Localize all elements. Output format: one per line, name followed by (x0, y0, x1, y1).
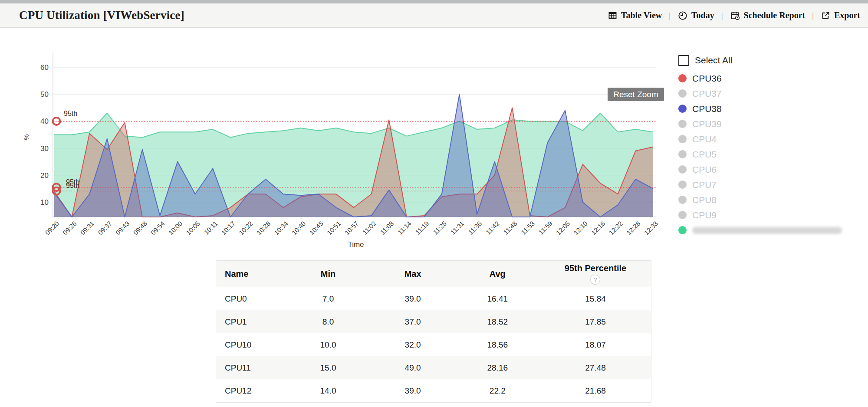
x-tick-label: 11:25 (431, 220, 448, 236)
x-tick-label: 10:28 (255, 220, 272, 236)
legend-item-cpu7[interactable]: CPU7 (678, 177, 861, 192)
chart-legend: Select All CPU36CPU37CPU38CPU39CPU4CPU5C… (678, 54, 861, 238)
reset-zoom-button[interactable]: Reset Zoom (608, 88, 664, 101)
today-button[interactable]: Today (677, 10, 714, 21)
schedule-report-label: Schedule Report (744, 10, 806, 20)
legend-item-label: CPU39 (692, 119, 722, 129)
x-tick-label: 11:08 (379, 220, 395, 236)
legend-item-cpu38[interactable]: CPU38 (678, 101, 861, 116)
x-tick-label: 10:45 (308, 220, 325, 236)
x-tick-label: 11:31 (449, 220, 466, 236)
legend-item-label: CPU9 (692, 210, 717, 220)
x-tick-label: 09:54 (149, 220, 166, 236)
legend-item-cpu6[interactable]: CPU6 (678, 162, 861, 177)
legend-item-cpu36[interactable]: CPU36 (678, 71, 861, 86)
legend-item-cpu8[interactable]: CPU8 (678, 192, 861, 207)
table-cell: CPU12 (216, 379, 286, 403)
export-label: Export (834, 10, 860, 20)
x-tick-label: 09:37 (96, 220, 113, 236)
percentile-help-icon[interactable]: ? (590, 275, 600, 285)
export-button[interactable]: Export (821, 10, 860, 20)
legend-item-blurred-host[interactable] (678, 223, 861, 238)
select-all-label: Select All (695, 55, 732, 66)
schedule-report-button[interactable]: Schedule Report (730, 10, 806, 21)
table-cell: 27.48 (540, 356, 651, 379)
table-cell: 10.0 (286, 333, 371, 356)
table-row-cpu0: CPU07.039.016.4115.84 (216, 287, 651, 311)
x-tick-label: 10:22 (237, 220, 254, 236)
legend-item-cpu5[interactable]: CPU5 (678, 147, 861, 162)
legend-item-cpu4[interactable]: CPU4 (678, 131, 861, 147)
table-cell: 37.0 (371, 310, 455, 333)
x-tick-label: 11:36 (467, 220, 483, 236)
table-cell: 15.84 (540, 287, 651, 311)
x-tick-label: 10:51 (326, 220, 342, 236)
table-cell: 32.0 (371, 333, 455, 356)
legend-item-label: CPU37 (692, 89, 722, 99)
percentile-label: 95th (66, 182, 79, 189)
table-cell: 49.0 (371, 356, 455, 379)
calendar-clock-icon (730, 10, 740, 21)
x-tick-label: 11:19 (414, 220, 431, 236)
column-header-95th-percentile: 95th Percentile? (540, 261, 651, 287)
x-tick-label: 11:53 (519, 220, 536, 236)
table-row-cpu12: CPU1214.039.022.221.68 (216, 379, 651, 403)
table-cell: 22.2 (455, 379, 540, 403)
table-cell: 21.68 (540, 379, 651, 403)
table-cell: 39.0 (371, 287, 455, 311)
x-tick-label: 12:28 (625, 220, 642, 236)
legend-item-label: CPU8 (692, 195, 717, 205)
chart-canvas[interactable]: 10203040506095th95th95th09:2009:2609:310… (0, 35, 677, 251)
table-cell: CPU10 (216, 333, 286, 356)
table-view-icon (608, 10, 618, 20)
x-tick-label: 11:59 (537, 220, 554, 236)
table-header: NameMinMaxAvg95th Percentile? (216, 261, 651, 287)
table-cell: 14.0 (286, 379, 371, 403)
x-tick-label: 12:05 (555, 220, 572, 236)
legend-dot-icon (678, 211, 687, 219)
legend-dot-icon (678, 120, 687, 128)
legend-item-cpu37[interactable]: CPU37 (678, 86, 861, 101)
legend-item-label: CPU36 (692, 73, 722, 84)
select-all-row[interactable]: Select All (678, 54, 861, 67)
x-tick-label: 11:14 (396, 220, 413, 236)
column-header-avg: Avg (455, 261, 540, 287)
x-tick-label: 09:20 (44, 220, 61, 236)
page-title: CPU Utilization [VIWebService] (19, 9, 184, 22)
legend-dot-icon (678, 105, 687, 113)
x-tick-label: 10:17 (220, 220, 237, 236)
x-tick-label: 11:42 (484, 220, 501, 236)
column-header-name: Name (216, 261, 286, 287)
y-tick-label: 20 (40, 171, 49, 180)
x-tick-label: 12:16 (590, 220, 607, 236)
select-all-checkbox[interactable] (678, 55, 689, 66)
percentile-label: 95th (64, 110, 77, 117)
legend-item-label: CPU4 (692, 134, 717, 144)
x-tick-label: 10:05 (184, 220, 201, 236)
legend-item-cpu39[interactable]: CPU39 (678, 116, 861, 131)
table-cell: 7.0 (286, 287, 371, 311)
cpu-utilization-chart[interactable]: 10203040506095th95th95th09:2009:2609:310… (0, 35, 677, 251)
legend-dot-icon (678, 181, 687, 189)
table-row-cpu1: CPU18.037.018.5217.85 (216, 310, 651, 333)
clock-icon (677, 10, 688, 21)
column-header-min: Min (286, 261, 371, 287)
table-cell: 39.0 (371, 379, 455, 403)
x-tick-label: 11:48 (502, 220, 519, 236)
legend-dot-icon (678, 74, 687, 82)
legend-dot-icon (678, 150, 687, 158)
table-cell: CPU11 (216, 356, 286, 379)
table-view-label: Table View (621, 10, 662, 20)
legend-item-cpu9[interactable]: CPU9 (678, 207, 861, 223)
table-cell: 15.0 (286, 356, 371, 379)
table-cell: 28.16 (455, 356, 540, 379)
table-cell: 18.07 (540, 333, 651, 356)
legend-item-label: CPU5 (692, 149, 717, 160)
x-axis-title: Time (348, 240, 364, 249)
y-axis-title: % (23, 134, 30, 140)
x-tick-label: 12:22 (607, 220, 624, 236)
x-tick-label: 09:31 (79, 220, 96, 236)
table-view-button[interactable]: Table View (608, 10, 662, 20)
y-tick-label: 50 (40, 90, 49, 98)
column-header-max: Max (371, 261, 455, 287)
